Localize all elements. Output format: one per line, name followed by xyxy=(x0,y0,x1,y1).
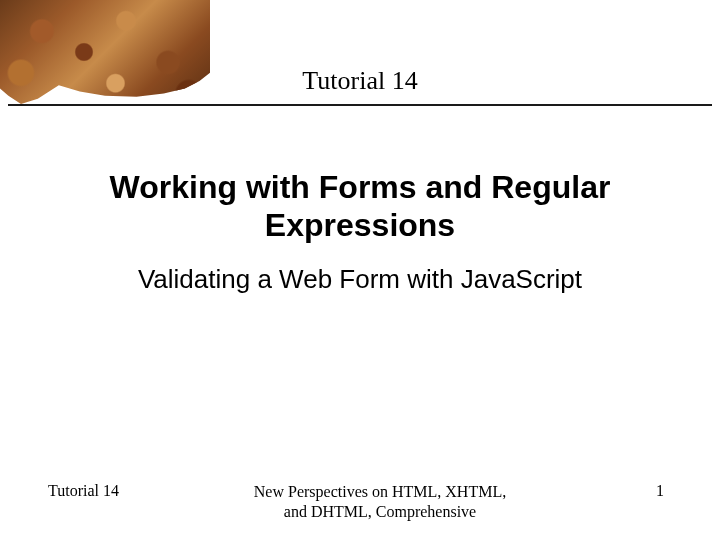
sub-title: Validating a Web Form with JavaScript xyxy=(40,264,680,295)
footer-center-line1: New Perspectives on HTML, XHTML, xyxy=(254,483,506,500)
footer: Tutorial 14 New Perspectives on HTML, XH… xyxy=(0,482,720,522)
slide: Tutorial 14 Working with Forms and Regul… xyxy=(0,0,720,540)
footer-center: New Perspectives on HTML, XHTML, and DHT… xyxy=(200,482,560,522)
page-number: 1 xyxy=(560,482,720,500)
footer-left: Tutorial 14 xyxy=(0,482,200,500)
footer-center-line2: and DHTML, Comprehensive xyxy=(284,503,476,520)
chapter-label: Tutorial 14 xyxy=(0,66,720,96)
divider-rule xyxy=(8,104,712,106)
main-title: Working with Forms and Regular Expressio… xyxy=(40,168,680,245)
header-area: Tutorial 14 xyxy=(0,0,720,126)
